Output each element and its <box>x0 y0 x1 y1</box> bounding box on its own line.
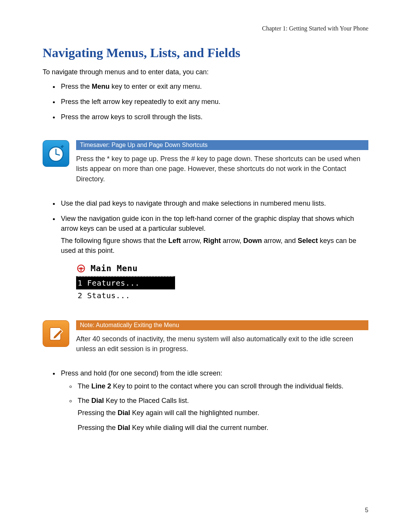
text: Key to point to the contact where you ca… <box>111 382 343 390</box>
phone-lcd-row: 2 Status... <box>76 289 175 302</box>
text: Press the <box>61 83 92 90</box>
text-bold: Down <box>243 237 262 244</box>
text-bold: Dial <box>91 397 104 404</box>
note-content: Note: Automatically Exiting the Menu Aft… <box>76 320 368 354</box>
timesaver-callout: Timesaver: Page Up and Page Down Shortcu… <box>43 140 368 184</box>
svg-point-5 <box>80 267 82 270</box>
list-item: Press the arrow keys to scroll through t… <box>59 112 368 122</box>
phone-lcd-figure: Main Menu 1 Features... 2 Status... <box>76 262 175 302</box>
nav-guide-icon <box>77 264 85 273</box>
list-item: Use the dial pad keys to navigate throug… <box>59 198 368 208</box>
text: Key again will call the highlighted numb… <box>130 409 259 417</box>
list-item-paragraph: The following figure shows that the Left… <box>61 236 368 256</box>
note-icon-col <box>43 320 69 347</box>
text: Pressing the <box>78 424 118 431</box>
nav-bullet-list-2: Use the dial pad keys to navigate throug… <box>43 198 368 302</box>
page-header: Chapter 1: Getting Started with Your Pho… <box>262 25 368 32</box>
text-bold: Select <box>298 237 318 244</box>
text-bold: Dial <box>118 409 130 417</box>
note-callout: Note: Automatically Exiting the Menu Aft… <box>43 320 368 354</box>
nav-bullet-list-3: Press and hold (for one second) from the… <box>43 368 368 432</box>
text: arrow, and <box>262 237 298 244</box>
note-title: Note: Automatically Exiting the Menu <box>76 320 368 330</box>
phone-lcd-row-selected: 1 Features... <box>76 277 175 289</box>
timesaver-title: Timesaver: Page Up and Page Down Shortcu… <box>76 140 368 150</box>
list-item: Press and hold (for one second) from the… <box>59 368 368 432</box>
text: arrow, <box>181 237 203 244</box>
timesaver-content: Timesaver: Page Up and Page Down Shortcu… <box>76 140 368 184</box>
text-bold: Left <box>168 237 181 244</box>
phone-lcd-title: Main Menu <box>91 262 138 275</box>
text: Press and hold (for one second) from the… <box>61 369 222 377</box>
text: The following figure shows that the <box>61 237 168 244</box>
text: key to enter or exit any menu. <box>110 83 202 90</box>
note-body: After 40 seconds of inactivity, the menu… <box>76 334 368 354</box>
timesaver-body: Press the * key to page up. Press the # … <box>76 154 368 184</box>
list-item: Press the Menu key to enter or exit any … <box>59 81 368 91</box>
list-item-paragraph: Pressing the Dial Key again will call th… <box>78 408 368 418</box>
timesaver-icon-col <box>43 140 69 167</box>
nav-bullet-list-1: Press the Menu key to enter or exit any … <box>43 81 368 122</box>
text-bold: Line 2 <box>91 382 111 390</box>
page-number: 5 <box>365 507 368 514</box>
intro-paragraph: To navigate through menus and to enter d… <box>43 67 368 77</box>
list-item: The Dial Key to the Placed Calls list. P… <box>76 396 368 432</box>
list-item: Press the left arrow key repeatedly to e… <box>59 97 368 107</box>
text-bold: Right <box>203 237 221 244</box>
phone-lcd-title-row: Main Menu <box>76 262 175 275</box>
text: View the navigation guide icon in the to… <box>61 215 354 232</box>
text-bold: Dial <box>118 424 130 431</box>
text: Pressing the <box>78 409 118 417</box>
section-heading: Navigating Menus, Lists, and Fields <box>43 46 368 60</box>
text: The <box>78 397 91 404</box>
svg-marker-8 <box>80 270 82 272</box>
text: Key to the Placed Calls list. <box>104 397 189 404</box>
list-item: The Line 2 Key to point to the contact w… <box>76 381 368 391</box>
note-pencil-icon <box>43 320 69 347</box>
text-bold: Menu <box>92 83 110 90</box>
nav-sub-bullet-list: The Line 2 Key to point to the contact w… <box>61 381 368 432</box>
text: Key while dialing will dial the current … <box>130 424 268 431</box>
list-item: View the navigation guide icon in the to… <box>59 214 368 302</box>
svg-marker-6 <box>78 267 80 270</box>
text: arrow, <box>221 237 243 244</box>
document-page: Chapter 1: Getting Started with Your Pho… <box>0 0 411 532</box>
svg-marker-7 <box>83 267 84 270</box>
clock-icon <box>43 140 69 167</box>
list-item-paragraph: Pressing the Dial Key while dialing will… <box>78 423 368 433</box>
text: The <box>78 382 91 390</box>
